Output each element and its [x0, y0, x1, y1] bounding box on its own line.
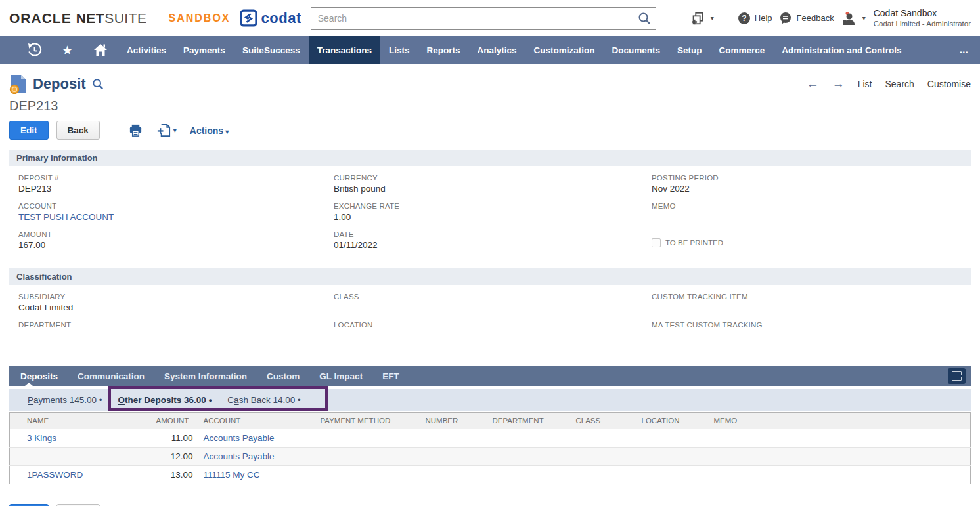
add-related-record-button[interactable]: ▾	[152, 123, 181, 138]
list-link[interactable]: List	[858, 79, 872, 89]
field-ma-test-custom-tracking: MA TEST CUSTOM TRACKING	[652, 321, 971, 349]
list-view-toggle-button[interactable]	[948, 368, 966, 384]
search-link[interactable]: Search	[885, 79, 914, 89]
field-value	[652, 212, 971, 222]
help-button[interactable]: ? Help	[738, 12, 772, 24]
nav-item-customization[interactable]: Customization	[525, 36, 604, 64]
account-info[interactable]: Codat Sandbox Codat Limited - Administra…	[874, 8, 971, 29]
class-cell	[571, 466, 636, 484]
nav-item-payments[interactable]: Payments	[175, 36, 234, 64]
back-button[interactable]: Back	[56, 121, 100, 140]
col-header-payment-method: PAYMENT METHOD	[315, 413, 420, 429]
nav-item-setup[interactable]: Setup	[669, 36, 711, 64]
role-menu[interactable]: ▾	[841, 11, 866, 26]
field-amount: AMOUNT 167.00	[18, 230, 334, 259]
name-link[interactable]: 3 Kings	[27, 433, 56, 443]
field-label: DEPOSIT #	[18, 174, 334, 182]
global-search[interactable]	[311, 7, 656, 30]
tab-communication[interactable]: Communication	[68, 366, 154, 386]
help-icon: ?	[738, 12, 750, 24]
location-cell	[636, 448, 709, 466]
search-icon[interactable]	[638, 12, 651, 25]
nav-item-reports[interactable]: Reports	[418, 36, 468, 64]
customise-link[interactable]: Customise	[927, 79, 971, 89]
favorites-menu[interactable]: ★	[52, 36, 83, 64]
department-cell	[487, 466, 571, 484]
top-header: ORACLE NETSUITE SANDBOX codat	[0, 0, 980, 36]
oracle-logo: ORACLE	[9, 11, 72, 26]
main-nav: ★ Activities Payments SuiteSuccess Trans…	[0, 36, 980, 64]
actions-divider	[112, 121, 112, 140]
nav-item-transactions[interactable]: Transactions	[309, 36, 380, 64]
feedback-button[interactable]: Feedback	[779, 12, 834, 25]
home-button[interactable]	[83, 36, 118, 64]
tab-eft[interactable]: EFT	[372, 366, 409, 386]
record-id: DEP213	[9, 98, 971, 114]
back-arrow-icon[interactable]: ←	[807, 77, 819, 91]
recents-clock-icon	[27, 43, 42, 58]
title-left: Deposit	[9, 74, 104, 94]
payment-method-cell	[315, 429, 420, 448]
field-deposit-number: DEPOSIT # DEP213	[18, 174, 334, 202]
nav-item-commerce[interactable]: Commerce	[711, 36, 774, 64]
field-label: MEMO	[652, 202, 971, 210]
subtab-other-deposits[interactable]: Other Deposits 36.00 •	[117, 389, 213, 411]
tab-deposits[interactable]: Deposits	[11, 366, 68, 386]
logo-cluster: ORACLE NETSUITE SANDBOX codat	[9, 9, 301, 28]
nav-item-analytics[interactable]: Analytics	[468, 36, 525, 64]
field-to-be-printed: TO BE PRINTED	[652, 238, 971, 247]
field-value: DEP213	[18, 184, 334, 194]
nav-item-lists[interactable]: Lists	[380, 36, 418, 64]
field-label: CURRENCY	[334, 174, 652, 182]
stacked-rows-icon	[952, 371, 962, 375]
account-link[interactable]: 111115 My CC	[204, 470, 260, 480]
subtab-payments[interactable]: Payments 145.00 •	[26, 389, 104, 411]
subtab-cash-back[interactable]: Cash Back 14.00 •	[226, 389, 301, 411]
sandbox-badge: SANDBOX	[169, 12, 231, 24]
account-link[interactable]: Accounts Payable	[204, 433, 275, 443]
actions-row-top: Edit Back ▾ Actions▾	[9, 121, 971, 140]
account-link[interactable]: TEST PUSH ACCOUNT	[18, 212, 334, 222]
printer-icon	[128, 123, 143, 138]
header-divider	[726, 8, 726, 29]
nav-item-administration[interactable]: Administration and Controls	[773, 36, 910, 64]
field-label: AMOUNT	[18, 230, 334, 238]
create-new-menu[interactable]: ▾	[690, 11, 714, 26]
payment-method-cell	[315, 448, 420, 466]
class-cell	[571, 448, 636, 466]
classification-col-1: SUBSIDIARY Codat Limited DEPARTMENT	[18, 293, 334, 349]
nav-item-documents[interactable]: Documents	[604, 36, 669, 64]
classification-col-3: CUSTOM TRACKING ITEM MA TEST CUSTOM TRAC…	[652, 293, 971, 349]
account-link[interactable]: Accounts Payable	[204, 452, 275, 461]
col-header-number: NUMBER	[420, 413, 487, 429]
field-exchange-rate: EXCHANGE RATE 1.00	[334, 202, 652, 230]
nav-overflow-button[interactable]: ...	[948, 36, 980, 64]
field-class: CLASS	[334, 293, 652, 321]
nav-item-suitesuccess[interactable]: SuiteSuccess	[234, 36, 309, 64]
field-value: 01/11/2022	[334, 240, 652, 251]
title-search-icon[interactable]	[92, 78, 104, 90]
field-label: DEPARTMENT	[18, 321, 334, 329]
other-deposits-table: NAME AMOUNT ACCOUNT PAYMENT METHOD NUMBE…	[9, 412, 971, 484]
table-header-row: NAME AMOUNT ACCOUNT PAYMENT METHOD NUMBE…	[10, 413, 971, 429]
tab-gl-impact[interactable]: GL Impact	[309, 366, 372, 386]
field-value	[334, 331, 652, 341]
amount-cell: 11.00	[151, 429, 198, 448]
field-currency: CURRENCY British pound	[334, 174, 652, 202]
edit-button[interactable]: Edit	[9, 121, 49, 140]
print-button[interactable]	[124, 123, 147, 138]
to-be-printed-checkbox[interactable]	[652, 238, 661, 247]
actions-menu[interactable]: Actions▾	[190, 125, 229, 136]
amount-cell: 13.00	[151, 466, 198, 484]
field-subsidiary: SUBSIDIARY Codat Limited	[18, 293, 334, 321]
table-row: 12.00 Accounts Payable	[10, 448, 971, 466]
amount-cell: 12.00	[151, 448, 198, 466]
nav-item-activities[interactable]: Activities	[118, 36, 175, 64]
global-search-input[interactable]	[311, 7, 656, 30]
tab-system-information[interactable]: System Information	[154, 366, 257, 386]
primary-information-fields: DEPOSIT # DEP213 ACCOUNT TEST PUSH ACCOU…	[9, 166, 971, 259]
name-link[interactable]: 1PASSWORD	[27, 470, 83, 480]
recents-menu[interactable]	[17, 36, 52, 64]
forward-arrow-icon[interactable]: →	[832, 77, 845, 91]
tab-custom[interactable]: Custom	[257, 366, 309, 386]
